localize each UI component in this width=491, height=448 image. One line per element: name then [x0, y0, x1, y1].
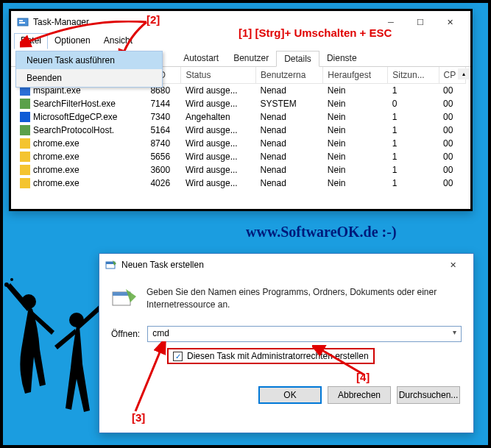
cell-status: Wird ausge... — [181, 177, 256, 190]
cell-pid: 5164 — [146, 124, 181, 137]
table-row[interactable]: chrome.exe8740Wird ausge...NenadNein100 — [15, 137, 466, 150]
datei-dropdown: Neuen Task ausführen Beenden — [15, 51, 163, 88]
cell-status: Wird ausge... — [181, 163, 256, 177]
maximize-button[interactable]: ☐ — [406, 12, 435, 32]
cell-sess: 1 — [388, 124, 439, 137]
cell-cp: 00 — [439, 137, 465, 150]
cell-pid: 4026 — [146, 177, 181, 190]
table-row[interactable]: chrome.exe3600Wird ausge...NenadNein100 — [15, 163, 466, 177]
col-4[interactable]: Heraufgest — [323, 67, 388, 84]
cell-user: Nenad — [255, 177, 322, 190]
cell-cp: 00 — [439, 110, 465, 124]
cell-sess: 1 — [388, 150, 439, 163]
cell-cp: 00 — [439, 124, 465, 137]
process-name: MicrosoftEdgeCP.exe — [33, 112, 118, 122]
cell-elev: Nein — [323, 163, 388, 177]
process-icon — [20, 165, 30, 175]
cell-user: SYSTEM — [255, 97, 322, 110]
table-row[interactable]: SearchFilterHost.exe7144Wird ausge...SYS… — [15, 97, 466, 110]
cell-user: Nenad — [255, 84, 322, 98]
run-big-icon — [111, 286, 138, 313]
process-name: chrome.exe — [33, 165, 80, 175]
cell-status: Wird ausge... — [181, 124, 256, 137]
admin-checkbox[interactable]: ✓ — [173, 352, 183, 361]
cell-elev: Nein — [323, 84, 388, 98]
process-name: SearchProtocolHost. — [33, 125, 114, 135]
process-name: SearchFilterHost.exe — [33, 99, 116, 109]
col-3[interactable]: Benutzerna — [255, 67, 322, 84]
process-icon — [20, 178, 30, 188]
cell-elev: Nein — [323, 97, 388, 110]
cell-sess: 1 — [388, 137, 439, 150]
process-name: chrome.exe — [33, 152, 80, 162]
open-combobox[interactable]: cmd — [147, 326, 462, 342]
cell-cp: 00 — [439, 163, 465, 177]
close-button[interactable]: ✕ — [435, 12, 464, 32]
svg-point-3 — [10, 278, 13, 281]
process-icon — [20, 152, 30, 162]
dialog-body-text: Geben Sie den Namen eines Programms, Ord… — [146, 286, 462, 311]
cell-pid: 7144 — [146, 97, 181, 110]
tab-autostart[interactable]: Autostart — [176, 51, 226, 66]
table-row[interactable]: SearchProtocolHost.5164Wird ausge...Nena… — [15, 124, 466, 137]
cell-sess: 1 — [388, 177, 439, 190]
cell-cp: 00 — [439, 150, 465, 163]
svg-point-2 — [4, 282, 9, 287]
cell-sess: 1 — [388, 84, 439, 98]
process-icon — [20, 99, 30, 109]
cell-pid: 3600 — [146, 163, 181, 177]
process-icon — [20, 138, 30, 149]
dialog-close-button[interactable]: ✕ — [438, 255, 467, 275]
cell-elev: Nein — [323, 124, 388, 137]
cell-status: Angehalten — [181, 110, 256, 124]
open-value: cmd — [152, 328, 169, 338]
menu-exit[interactable]: Beenden — [16, 69, 162, 87]
cell-status: Wird ausge... — [181, 84, 256, 98]
tab-details[interactable]: Details — [276, 51, 319, 67]
open-label: Öffnen: — [111, 329, 140, 339]
cell-elev: Nein — [323, 177, 388, 190]
annotation-1: [1] [Strg]+ Umschalten + ESC — [239, 26, 392, 39]
tab-benutzer[interactable]: Benutzer — [226, 51, 276, 66]
cell-sess: 1 — [388, 110, 439, 124]
dialog-titlebar[interactable]: Neuen Task erstellen ✕ — [99, 254, 473, 276]
cell-user: Nenad — [255, 110, 322, 124]
decor-silhouette — [3, 261, 113, 430]
cell-elev: Nein — [323, 137, 388, 150]
col-2[interactable]: Status — [181, 67, 256, 84]
cell-sess: 1 — [388, 163, 439, 177]
cell-user: Nenad — [255, 163, 322, 177]
cell-pid: 7340 — [146, 110, 181, 124]
cell-sess: 0 — [388, 97, 439, 110]
process-icon — [20, 125, 30, 135]
dialog-title: Neuen Task erstellen — [121, 260, 204, 270]
arrow-4 — [312, 345, 378, 382]
cell-status: Wird ausge... — [181, 150, 256, 163]
table-row[interactable]: chrome.exe4026Wird ausge...NenadNein100 — [15, 177, 466, 190]
col-5[interactable]: Sitzun... — [388, 67, 439, 84]
watermark-text: www.SoftwareOK.de :-) — [246, 224, 397, 241]
cell-elev: Nein — [323, 150, 388, 163]
table-row[interactable]: chrome.exe5656Wird ausge...NenadNein100 — [15, 150, 466, 163]
cell-pid: 5656 — [146, 150, 181, 163]
cell-status: Wird ausge... — [181, 137, 256, 150]
cell-user: Nenad — [255, 124, 322, 137]
menu-new-task[interactable]: Neuen Task ausführen — [16, 51, 162, 69]
scroll-up-button[interactable]: ▴ — [458, 68, 469, 79]
cell-cp: 00 — [439, 84, 465, 98]
cell-user: Nenad — [255, 150, 322, 163]
cell-pid: 8740 — [146, 137, 181, 150]
process-icon — [20, 112, 30, 122]
cell-elev: Nein — [323, 110, 388, 124]
browse-button[interactable]: Durchsuchen... — [397, 386, 460, 404]
cell-cp: 00 — [439, 97, 465, 110]
cancel-button[interactable]: Abbrechen — [328, 386, 391, 404]
cell-cp: 00 — [439, 177, 465, 190]
tab-dienste[interactable]: Dienste — [319, 51, 364, 66]
arrow-3 — [113, 341, 172, 415]
run-icon — [105, 259, 117, 271]
process-name: chrome.exe — [33, 178, 80, 188]
ok-button[interactable]: OK — [258, 386, 322, 404]
table-row[interactable]: MicrosoftEdgeCP.exe7340AngehaltenNenadNe… — [15, 110, 466, 124]
cell-user: Nenad — [255, 137, 322, 150]
